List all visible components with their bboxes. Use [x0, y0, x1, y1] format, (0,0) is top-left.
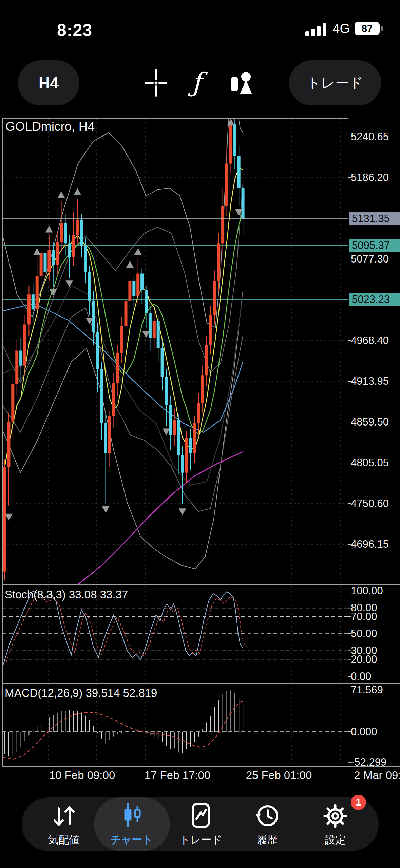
price-level-label: 5095.37: [349, 239, 400, 252]
candle: [84, 246, 87, 272]
fractal-up-icon: [126, 261, 134, 268]
candle: [19, 351, 22, 366]
candle: [201, 375, 204, 403]
price-axis-label: 4913.95: [351, 375, 389, 387]
stoch-indicator-title: Stoch(8,3,3) 33.08 33.37: [5, 588, 128, 601]
candle: [242, 188, 245, 219]
nav-settings[interactable]: 設定 1: [301, 797, 369, 851]
candle: [173, 420, 176, 435]
price-axis-label: 4968.40: [351, 334, 389, 347]
candle: [92, 301, 95, 332]
candle: [120, 326, 123, 353]
candle: [72, 235, 75, 257]
macd-panel: [3, 690, 348, 759]
candle: [145, 290, 148, 313]
quotes-arrows-icon: [49, 801, 79, 831]
stoch-axis-label: 100.00: [351, 585, 383, 597]
ma-magenta: [77, 452, 243, 585]
screen: 8:23 4G 87 H4: [0, 0, 400, 868]
candle: [80, 220, 83, 246]
nav-label: 履歴: [233, 833, 301, 847]
candle: [128, 281, 131, 301]
nav-label: トレード: [167, 833, 235, 847]
candle: [76, 220, 79, 235]
candle: [169, 405, 172, 435]
stoch-d-line: [6, 596, 246, 662]
price-axis-label: 5077.30: [351, 253, 389, 265]
price-level-label: 5023.23: [349, 293, 400, 306]
candle: [60, 223, 63, 242]
fractal-up-icon: [58, 191, 65, 198]
fractal-down-icon: [102, 506, 110, 513]
macd-axis-label: 0.000: [351, 726, 377, 738]
grid-layer: [3, 118, 348, 767]
candle: [47, 250, 51, 272]
candle: [56, 242, 59, 265]
price-axis-label: 5186.20: [351, 171, 389, 184]
nav-label: チャート: [98, 833, 166, 847]
nav-label: 設定: [301, 833, 369, 847]
candle: [44, 253, 47, 272]
date-axis-label: 25 Feb 01:00: [246, 769, 312, 782]
candle: [221, 206, 224, 243]
candle: [189, 438, 192, 453]
main-panel: [3, 85, 245, 585]
stoch-axis-label: 70.00: [351, 611, 377, 623]
candle: [116, 353, 119, 383]
candle: [165, 377, 168, 405]
fractal-up-icon: [45, 225, 53, 232]
history-clock-icon: [252, 801, 283, 831]
fractal-down-icon: [50, 289, 57, 296]
chart-area[interactable]: GOLDmicro, H4 Stoch(8,3,3) 33.08 33.37 M…: [0, 0, 400, 868]
candle: [132, 281, 135, 296]
nav-chart[interactable]: チャート: [98, 797, 166, 851]
candle: [193, 423, 196, 453]
candle: [197, 403, 200, 423]
macd-axis-label: 71.569: [351, 684, 383, 696]
candle: [40, 253, 43, 276]
fractal-up-icon: [33, 248, 41, 255]
candle: [52, 250, 55, 265]
candle: [140, 274, 144, 290]
candle: [181, 455, 184, 473]
nav-quotes[interactable]: 気配値: [30, 797, 98, 851]
candle: [64, 223, 67, 244]
candle: [225, 164, 228, 206]
candle: [112, 383, 115, 416]
candles-layer: [3, 116, 245, 580]
candle: [15, 351, 18, 384]
nav-history[interactable]: 履歴: [233, 797, 301, 851]
stoch-axis-label: 20.00: [351, 653, 377, 666]
date-axis-label: 10 Feb 09:00: [49, 769, 115, 782]
nav-trade[interactable]: トレード: [167, 797, 235, 851]
candle: [27, 294, 31, 324]
candle: [185, 438, 188, 472]
candle: [233, 124, 236, 156]
current-price-label: 5131.35: [349, 212, 400, 225]
candle: [23, 324, 26, 365]
candle: [237, 156, 241, 188]
candle: [32, 294, 35, 309]
candle: [209, 315, 212, 345]
candle: [7, 422, 10, 467]
price-chart: [0, 0, 400, 791]
trade-chart-icon: [186, 801, 216, 831]
candle: [136, 274, 139, 296]
nav-label: 気配値: [30, 833, 98, 847]
candle: [104, 423, 107, 453]
candle: [177, 420, 180, 455]
candle: [125, 301, 128, 326]
macd-indicator-title: MACD(12,26,9) 39.514 52.819: [5, 687, 157, 700]
candle: [213, 281, 216, 315]
fractal-down-icon: [179, 508, 186, 515]
fractal-up-icon: [134, 248, 142, 255]
symbol-title: GOLDmicro, H4: [5, 120, 95, 134]
ma-green: [5, 211, 243, 467]
date-axis-label: 17 Feb 17:00: [145, 769, 211, 782]
settings-gear-icon: [320, 801, 350, 831]
axis-ticks: [348, 137, 351, 762]
candle: [11, 384, 14, 422]
price-axis-label: 4750.60: [351, 498, 389, 510]
candle: [88, 272, 91, 301]
chart-candles-icon: [116, 801, 147, 831]
